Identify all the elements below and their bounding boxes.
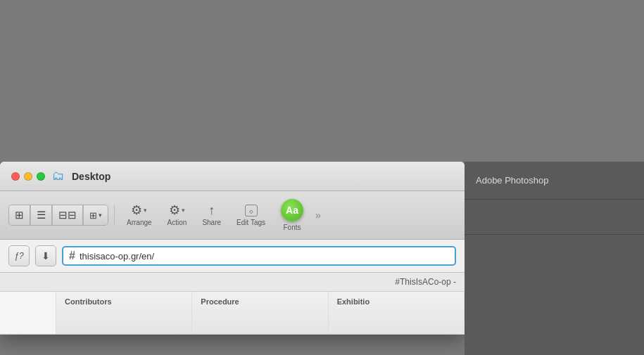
view-buttons: ⊞ ☰ ⊟⊟ ⊞ ▾ bbox=[8, 205, 108, 226]
fonts-button[interactable]: Aa Fonts bbox=[274, 195, 310, 235]
action-dropdown-arrow: ▾ bbox=[182, 207, 185, 214]
edit-tags-button[interactable]: ⬦ Edit Tags bbox=[230, 201, 272, 230]
hashtag-bar: #ThisIsACo-op - bbox=[0, 273, 465, 292]
cover-view-btn[interactable]: ⊞ ▾ bbox=[84, 205, 108, 225]
arrange-icon: ⚙ bbox=[131, 204, 142, 217]
close-button[interactable] bbox=[11, 172, 20, 181]
column-view-btn[interactable]: ⊟⊟ bbox=[53, 205, 83, 225]
fonts-aa-text: Aa bbox=[286, 205, 298, 216]
photoshop-toolbar bbox=[465, 200, 644, 235]
table-header: Contributors Procedure Exhibitio bbox=[0, 292, 465, 335]
edit-tags-icon: ⬦ bbox=[245, 205, 258, 217]
action-label: Action bbox=[168, 219, 187, 226]
font-query-button[interactable]: ƒ? bbox=[8, 245, 30, 266]
hashtag-bar-text: #ThisIsACo-op - bbox=[395, 277, 456, 287]
arrange-button[interactable]: ⚙ ▾ Arrange bbox=[120, 200, 158, 230]
sidebar-col bbox=[0, 292, 56, 334]
share-button[interactable]: ↑ Share bbox=[196, 200, 227, 230]
photoshop-title-bar: Adobe Photoshop bbox=[465, 162, 644, 200]
hash-symbol: # bbox=[69, 250, 75, 262]
url-text: thisisaco-op.gr/en/ bbox=[80, 251, 449, 262]
maximize-button[interactable] bbox=[37, 172, 45, 181]
list-view-btn[interactable]: ☰ bbox=[31, 205, 52, 225]
download-icon: ⬇ bbox=[42, 250, 50, 262]
font-query-icon: ƒ? bbox=[14, 251, 23, 261]
toolbar-separator-1 bbox=[114, 205, 115, 226]
more-chevron[interactable]: » bbox=[312, 209, 324, 221]
fonts-label: Fonts bbox=[284, 224, 301, 231]
icon-view-btn[interactable]: ⊞ bbox=[9, 205, 30, 225]
share-icon: ↑ bbox=[208, 204, 215, 217]
arrange-label: Arrange bbox=[127, 219, 152, 226]
fonts-circle-icon: Aa bbox=[281, 199, 303, 221]
download-button[interactable]: ⬇ bbox=[35, 245, 56, 266]
window-title: Desktop bbox=[72, 171, 111, 182]
desktop-top-right bbox=[465, 0, 644, 162]
window-controls bbox=[11, 172, 45, 181]
col-exhibition: Exhibitio bbox=[329, 292, 465, 334]
minimize-button[interactable] bbox=[24, 172, 32, 181]
desktop-top-area bbox=[0, 0, 465, 162]
share-label: Share bbox=[202, 219, 221, 226]
folder-icon: 🗂 bbox=[52, 169, 65, 183]
url-bar[interactable]: # thisisaco-op.gr/en/ bbox=[62, 246, 456, 266]
photoshop-label: Adobe Photoshop bbox=[476, 175, 548, 186]
action-icon: ⚙ bbox=[169, 204, 180, 217]
url-bar-area: ƒ? ⬇ # thisisaco-op.gr/en/ bbox=[0, 240, 465, 273]
col-procedure: Procedure bbox=[192, 292, 328, 334]
action-button[interactable]: ⚙ ▾ Action bbox=[161, 200, 194, 230]
arrange-dropdown-arrow: ▾ bbox=[144, 207, 147, 214]
edit-tags-label: Edit Tags bbox=[236, 219, 265, 226]
col-contributors: Contributors bbox=[56, 292, 192, 334]
finder-toolbar: ⊞ ☰ ⊟⊟ ⊞ ▾ ⚙ ▾ Arrange ⚙ ▾ Action bbox=[0, 191, 465, 240]
table-cols: Contributors Procedure Exhibitio bbox=[56, 292, 465, 334]
title-bar: 🗂 Desktop bbox=[0, 162, 465, 191]
finder-window: 🗂 Desktop ⊞ ☰ ⊟⊟ ⊞ ▾ ⚙ ▾ Arrange ⚙ bbox=[0, 162, 465, 335]
photoshop-content bbox=[465, 235, 644, 355]
